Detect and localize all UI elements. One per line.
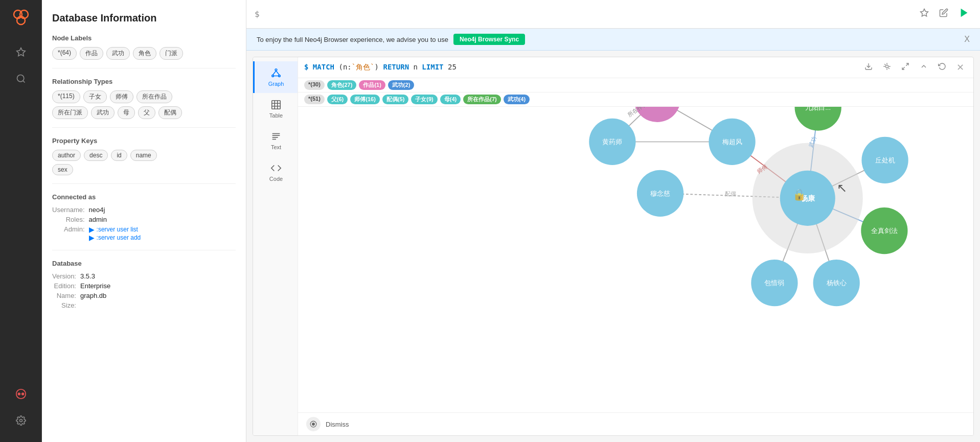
node-label-wugong[interactable]: 武功 [106, 47, 130, 60]
badge-suozuopin-7[interactable]: 所在作品(7) [463, 95, 500, 104]
badge-zuopin-1[interactable]: 作品(1) [359, 80, 385, 90]
result-panel: Graph Table Text [253, 57, 974, 436]
badges-row2: *(51) 父(6) 师傅(16) 配偶(5) 子女(9) 母(4) 所在作品(… [298, 92, 973, 107]
badge-peiou-5[interactable]: 配偶(5) [382, 95, 408, 104]
side-panel: Database Information Node Labels *(64) 作… [42, 0, 246, 442]
connection-info: Username: neo4j Roles: admin Admin: ▶ :s… [52, 206, 236, 242]
favorite-query-btn[interactable] [918, 6, 931, 22]
svg-point-4 [17, 75, 24, 82]
node-label-menpai[interactable]: 门派 [159, 47, 183, 60]
download-result-btn[interactable] [861, 61, 876, 74]
app-logo [10, 6, 32, 29]
svg-point-12 [275, 69, 277, 71]
run-query-btn[interactable] [956, 5, 972, 24]
svg-marker-11 [961, 8, 968, 17]
svg-line-15 [273, 71, 276, 75]
rel-suomenpai[interactable]: 所在门派 [52, 106, 88, 119]
svg-point-32 [885, 65, 888, 67]
result-header: $ MATCH (n:`角色`) RETURN n LIMIT 25 [298, 57, 973, 78]
admin-link-1[interactable]: ▶ :server user list [89, 225, 236, 234]
svg-point-9 [19, 420, 22, 422]
svg-point-7 [18, 393, 20, 395]
error-icon[interactable] [10, 383, 32, 405]
tab-text[interactable]: Text [253, 125, 298, 156]
node-label-all[interactable]: *(64) [52, 47, 77, 60]
node-labels-row: *(64) 作品 武功 角色 门派 [52, 47, 236, 60]
rel-suozuopin[interactable]: 所在作品 [136, 90, 172, 103]
node-label-zuopin[interactable]: 作品 [80, 47, 103, 60]
rel-peiou[interactable]: 配偶 [158, 106, 182, 119]
favorites-icon[interactable] [10, 41, 32, 63]
rel-fu[interactable]: 父 [138, 106, 155, 119]
prop-keys-row1: author desc id name [52, 150, 236, 161]
collapse-btn[interactable] [917, 61, 931, 74]
browser-sync-banner: To enjoy the full Neo4j Browser experien… [246, 29, 980, 51]
browser-sync-btn[interactable]: Neo4j Browser Sync [453, 34, 525, 45]
badge-all-51[interactable]: *(51) [304, 95, 325, 104]
db-name-label: Name: [52, 292, 76, 299]
badge-shifu-16[interactable]: 师傅(16) [350, 95, 380, 104]
edition-label: Edition: [52, 282, 76, 290]
admin-link-2[interactable]: ▶ :server user add [89, 234, 236, 242]
database-info: Version: 3.5.3 Edition: Enterprise Name:… [52, 272, 236, 309]
badge-zinv-9[interactable]: 子女(9) [411, 95, 437, 104]
close-result-btn[interactable]: ✕ [953, 60, 967, 75]
rel-mu[interactable]: 母 [118, 106, 135, 119]
tab-table[interactable]: Table [253, 93, 298, 125]
svg-text:↖: ↖ [837, 181, 847, 195]
banner-text: To enjoy the full Neo4j Browser experien… [257, 36, 448, 43]
dismiss-icon [306, 417, 321, 431]
banner-close-btn[interactable]: X [964, 35, 970, 44]
search-icon[interactable] [10, 67, 32, 90]
result-query-text: $ MATCH (n:`角色`) RETURN n LIMIT 25 [304, 63, 457, 72]
refresh-btn[interactable] [935, 61, 949, 74]
prop-author[interactable]: author [52, 150, 81, 161]
prop-keys-row2: sex [52, 164, 236, 175]
rel-shifu[interactable]: 师傅 [110, 90, 133, 103]
badge-mu-4[interactable]: 母(4) [440, 95, 461, 104]
svg-text:杨铁心: 杨铁心 [826, 279, 847, 287]
fullscreen-btn[interactable] [898, 61, 913, 74]
svg-point-8 [21, 393, 24, 395]
svg-text:全真剑法: 全真剑法 [871, 227, 898, 235]
node-label-jiaose[interactable]: 角色 [133, 47, 156, 60]
prop-name[interactable]: name [130, 150, 157, 161]
edit-query-btn[interactable] [937, 6, 950, 22]
result-header-actions: ✕ [861, 60, 967, 75]
svg-line-16 [276, 71, 279, 75]
dollar-sign: $ [255, 9, 260, 19]
svg-line-34 [902, 67, 905, 69]
graph-canvas[interactable]: 射雕英... 九阳白... 黄药师 梅超风 丘处机 穆念慈 [298, 107, 973, 412]
badge-wugong-2[interactable]: 武功(2) [388, 80, 414, 90]
rel-all[interactable]: *(115) [52, 90, 80, 103]
admin-links: ▶ :server user list ▶ :server user add [89, 225, 236, 242]
query-input[interactable] [266, 10, 911, 18]
rel-types-row2: 所在门派 武功 母 父 配偶 [52, 106, 236, 119]
badge-wugong-4[interactable]: 武功(4) [504, 95, 530, 104]
tab-graph[interactable]: Graph [253, 61, 298, 93]
badge-fu-6[interactable]: 父(6) [327, 95, 348, 104]
settings-icon[interactable] [10, 409, 32, 432]
edition-value: Enterprise [80, 282, 236, 290]
prop-id[interactable]: id [111, 150, 127, 161]
prop-desc[interactable]: desc [84, 150, 108, 161]
graph-svg: 射雕英... 九阳白... 黄药师 梅超风 丘处机 穆念慈 [298, 107, 973, 412]
dismiss-bar: Dismiss [298, 412, 973, 435]
rel-wugong[interactable]: 武功 [91, 106, 115, 119]
database-title: Database [52, 260, 236, 267]
version-value: 3.5.3 [80, 272, 236, 280]
badge-all-30[interactable]: *(30) [304, 80, 325, 90]
svg-text:🔒: 🔒 [792, 188, 806, 201]
node-labels-title: Node Labels [52, 34, 236, 42]
icon-bar [0, 0, 42, 442]
svg-text:黄药师: 黄药师 [602, 138, 622, 146]
rel-zinv[interactable]: 子女 [83, 90, 107, 103]
svg-rect-18 [272, 101, 281, 109]
badge-jiaose-27[interactable]: 角色(27) [327, 80, 357, 90]
tab-code[interactable]: Code [253, 156, 298, 188]
pin-result-btn[interactable] [880, 61, 894, 74]
dismiss-label[interactable]: Dismiss [326, 421, 349, 428]
prop-sex[interactable]: sex [52, 164, 73, 175]
svg-text:九阳白...: 九阳白... [805, 107, 831, 111]
version-label: Version: [52, 272, 76, 280]
